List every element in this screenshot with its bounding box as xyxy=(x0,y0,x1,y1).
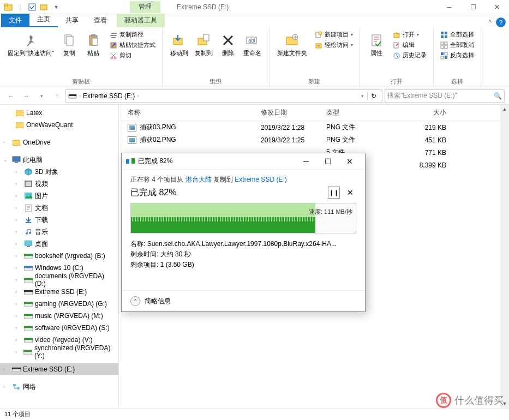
col-size-header[interactable]: 大小 xyxy=(386,108,446,117)
pin-quick-label: 固定到"快速访问" xyxy=(8,49,54,57)
tree-item-onedrive[interactable]: ›OneDrive xyxy=(0,136,118,148)
film-icon xyxy=(24,179,33,188)
col-name-header[interactable]: 名称 xyxy=(119,108,261,117)
nav-tree[interactable]: Latex OneWaveQuant ›OneDrive ⌄此电脑 ›3D 对象… xyxy=(0,105,119,408)
svg-rect-46 xyxy=(16,123,23,128)
select-icon[interactable] xyxy=(27,2,37,12)
forward-button[interactable]: → xyxy=(20,89,33,103)
search-input[interactable]: 搜索"Extreme SSD (E:)" 🔍 xyxy=(385,89,505,103)
paste-shortcut-button[interactable]: 粘贴快捷方式 xyxy=(107,40,158,50)
file-row[interactable]: 捕获02.PNG2019/3/22 1:25PNG 文件451 KB xyxy=(119,134,509,146)
tree-item-onewavequant[interactable]: OneWaveQuant xyxy=(0,119,118,131)
delete-button[interactable]: 删除 xyxy=(216,29,240,59)
collapse-ribbon-icon[interactable]: ^ xyxy=(488,19,492,26)
tree-item-extreme-selected[interactable]: ›Extreme SSD (E:) xyxy=(0,363,118,375)
tree-item-this-pc[interactable]: ⌄此电脑 xyxy=(0,154,118,166)
ribbon-tabs: 文件 主页 共享 查看 驱动器工具 ^ ? xyxy=(0,14,509,27)
properties-button[interactable]: 属性 xyxy=(364,29,388,59)
tree-item-bookshelf[interactable]: ›bookshelf (\\rgveda) (B:) xyxy=(0,250,118,262)
easy-access-button[interactable]: 轻松访问▾ xyxy=(313,40,355,50)
invert-selection-button[interactable]: 反向选择 xyxy=(438,50,476,61)
dst-link[interactable]: Extreme SSD (E:) xyxy=(235,176,286,183)
file-row[interactable]: 捕获03.PNG2019/3/22 1:28PNG 文件219 KB xyxy=(119,121,509,134)
svg-rect-79 xyxy=(13,384,16,386)
file-icon xyxy=(128,136,136,144)
tree-item-downloads[interactable]: ›下载 xyxy=(0,214,118,226)
new-folder-icon[interactable] xyxy=(39,2,49,12)
move-to-button[interactable]: 移动到 xyxy=(167,29,191,59)
tree-item-desktop[interactable]: ›桌面 xyxy=(0,238,118,250)
drive-icon xyxy=(24,287,33,296)
tree-item-documents-d[interactable]: ›documents (\\RGVEDA) (D:) xyxy=(0,274,118,286)
rename-button[interactable]: ab重命名 xyxy=(240,29,265,59)
col-type-header[interactable]: 类型 xyxy=(326,108,386,117)
minimize-button[interactable]: ─ xyxy=(437,0,461,14)
edit-icon xyxy=(393,41,400,49)
tab-home[interactable]: 主页 xyxy=(29,13,58,27)
copy-button[interactable]: 复制 xyxy=(57,29,81,59)
up-button[interactable]: ↑ xyxy=(50,89,63,103)
dialog-minimize-button[interactable]: ─ xyxy=(295,154,317,169)
col-date-header[interactable]: 修改日期 xyxy=(261,108,326,117)
search-icon[interactable]: 🔍 xyxy=(494,92,502,100)
netdrive-icon xyxy=(24,251,33,260)
select-all-button[interactable]: 全部选择 xyxy=(438,29,476,40)
desktop-icon xyxy=(24,239,33,248)
tree-item-extreme-e[interactable]: ›Extreme SSD (E:) xyxy=(0,286,118,298)
tree-item-network[interactable]: ›网络 xyxy=(0,381,118,393)
scroll-up-icon[interactable]: ▲ xyxy=(500,105,509,113)
monitor-icon xyxy=(12,155,21,164)
tree-item-videos[interactable]: ›视频 xyxy=(0,178,118,190)
tab-view[interactable]: 查看 xyxy=(86,14,115,27)
tree-item-music-m[interactable]: ›music (\\RGVEDA) (M:) xyxy=(0,310,118,322)
copy-to-button[interactable]: 复制到 xyxy=(191,29,216,59)
help-icon[interactable]: ? xyxy=(496,17,506,27)
close-button[interactable]: ✕ xyxy=(485,0,509,14)
chevron-up-icon[interactable]: ⌃ xyxy=(130,296,140,306)
tree-item-latex[interactable]: Latex xyxy=(0,107,118,119)
dialog-close-button[interactable]: ✕ xyxy=(339,154,361,169)
tab-drive-tools[interactable]: 驱动器工具 xyxy=(117,14,165,27)
group-open-label: 打开 xyxy=(364,76,429,86)
breadcrumb-segment[interactable]: Extreme SSD (E:) xyxy=(83,92,135,100)
column-headers[interactable]: 名称 修改日期 类型 大小 xyxy=(119,105,509,121)
edit-button[interactable]: 编辑 xyxy=(391,40,429,50)
tree-item-pictures[interactable]: ›图片 xyxy=(0,190,118,202)
refresh-icon[interactable]: ↻ xyxy=(367,92,380,100)
address-box[interactable]: › Extreme SSD (E:) › ▾ ↻ xyxy=(65,89,382,103)
open-button[interactable]: 打开▾ xyxy=(391,29,429,40)
qat-dropdown-icon[interactable]: ▼ xyxy=(51,2,61,12)
history-button[interactable]: 历史记录 xyxy=(391,50,429,61)
new-item-icon xyxy=(315,31,322,39)
tree-item-documents[interactable]: ›文档 xyxy=(0,202,118,214)
address-dropdown-icon[interactable]: ▾ xyxy=(361,93,364,99)
new-item-button[interactable]: 新建项目▾ xyxy=(313,29,355,40)
paste-button[interactable]: 粘贴 xyxy=(81,29,105,59)
pause-button[interactable]: ❙❙ xyxy=(328,187,340,199)
recent-dropdown-icon[interactable]: ▾ xyxy=(35,89,48,103)
copy-path-button[interactable]: 复制路径 xyxy=(107,29,158,40)
tab-file[interactable]: 文件 xyxy=(1,14,29,27)
pin-quick-button[interactable]: 固定到"快速访问" xyxy=(4,29,57,59)
back-button[interactable]: ← xyxy=(4,89,17,103)
cancel-button[interactable]: ✕ xyxy=(344,187,356,199)
svg-rect-72 xyxy=(24,326,33,328)
maximize-button[interactable]: ☐ xyxy=(461,0,485,14)
netdrive-icon xyxy=(24,275,33,284)
tree-item-3d[interactable]: ›3D 对象 xyxy=(0,166,118,178)
new-folder-button[interactable]: 新建文件夹 xyxy=(274,29,310,59)
svg-rect-42 xyxy=(445,56,447,59)
dialog-maximize-button[interactable]: ☐ xyxy=(317,154,339,169)
cut-button[interactable]: 剪切 xyxy=(107,50,158,61)
brief-info-link[interactable]: 简略信息 xyxy=(145,297,171,306)
tree-item-sync[interactable]: ›synchronized (\\RGVEDA) (Y:) xyxy=(0,346,118,358)
src-link[interactable]: 港台大陆 xyxy=(185,176,212,183)
tree-item-software[interactable]: ›software (\\RGVEDA) (S:) xyxy=(0,322,118,334)
network-icon xyxy=(12,382,21,391)
tree-item-gaming[interactable]: ›gaming (\\RGVEDA) (G:) xyxy=(0,298,118,310)
tree-item-music[interactable]: ›音乐 xyxy=(0,226,118,238)
file-icon xyxy=(128,124,136,131)
select-none-button[interactable]: 全部取消 xyxy=(438,40,476,50)
scrollbar-vertical[interactable]: ▲ ▼ xyxy=(500,105,509,408)
tab-share[interactable]: 共享 xyxy=(58,14,86,27)
